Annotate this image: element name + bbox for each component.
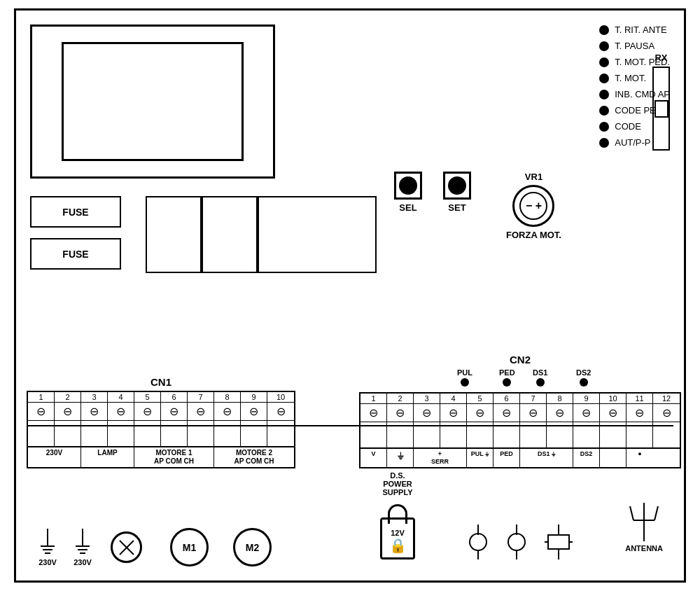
cn2-section: CN2 PUL PED DS1 DS2 <box>359 354 681 468</box>
m1-symbol: M1 <box>170 528 209 566</box>
comp-box-1 <box>146 196 202 273</box>
display-inner <box>62 42 244 161</box>
fuse-2: FUSE <box>30 238 121 270</box>
svg-line-25 <box>654 506 658 520</box>
legend-item-2: T. PAUSA <box>599 41 670 51</box>
switch-symbols <box>464 524 576 559</box>
vr1-inner: − + <box>519 192 547 220</box>
set-label: SET <box>448 202 465 213</box>
cn2-terminal-3[interactable]: 3⊖ <box>414 394 440 447</box>
cn1-terminal-1[interactable]: 1 ⊖ <box>28 392 55 446</box>
ground-sym-2: 230V <box>72 529 93 566</box>
m2-circle: M2 <box>233 528 272 566</box>
component-area <box>146 196 377 273</box>
ps-label: D.S. POWER SUPPLY <box>382 471 412 496</box>
sel-set-area: SEL SET <box>394 172 471 213</box>
ds2-dot <box>580 378 588 387</box>
lock-arch <box>388 504 407 524</box>
cn2-title: CN2 <box>359 354 681 366</box>
legend-dot-1 <box>599 25 609 35</box>
cn2-terminal-8[interactable]: 8⊖ <box>547 394 573 447</box>
legend-dot-4 <box>599 74 609 83</box>
rx-label: RX <box>654 53 667 63</box>
cn2-terminal-5[interactable]: 5⊖ <box>467 394 493 447</box>
v230-label-2: 230V <box>74 558 92 566</box>
set-button-inner[interactable] <box>448 176 466 195</box>
cn1-terminal-9[interactable]: 9 ⊖ <box>241 392 267 446</box>
cn1-terminal-4[interactable]: 4 ⊖ <box>108 392 134 446</box>
ped-label: PED <box>499 368 515 377</box>
cn2-terminal-12[interactable]: 12⊖ <box>653 394 680 447</box>
legend-dot-8 <box>599 138 609 148</box>
rx-slider[interactable] <box>654 100 668 118</box>
cn1-terminal-3[interactable]: 3 ⊖ <box>81 392 108 446</box>
cn2-terminal-2[interactable]: 2⊖ <box>387 394 414 447</box>
vr1-area: VR1 − + FORZA MOT. <box>506 172 561 240</box>
sel-button-outer[interactable] <box>394 172 422 200</box>
pul-dot <box>461 378 469 387</box>
antenna-area: ANTENNA <box>625 499 663 552</box>
cn1-terminal-10[interactable]: 10 ⊖ <box>267 392 294 446</box>
comp-box-2 <box>202 196 258 273</box>
antenna-label: ANTENNA <box>625 544 663 552</box>
vr1-subtitle: FORZA MOT. <box>506 230 561 240</box>
cn2-block: 1⊖ 2⊖ 3⊖ 4⊖ 5⊖ 6⊖ 7⊖ 8⊖ 9⊖ 10⊖ 11⊖ 12⊖ <box>359 392 681 449</box>
cn2-terminal-1[interactable]: 1⊖ <box>360 394 387 447</box>
cn1-terminal-5[interactable]: 5 ⊖ <box>134 392 161 446</box>
ds1-label: DS1 <box>533 368 547 377</box>
svg-point-14 <box>508 534 525 550</box>
ds2-label: DS2 <box>576 368 591 377</box>
svg-rect-16 <box>548 535 569 549</box>
vr1-title: VR1 <box>525 172 542 182</box>
v230-label-1: 230V <box>38 558 57 566</box>
ground-sym-1: 230V <box>37 529 58 566</box>
cn2-terminal-9[interactable]: 9⊖ <box>573 394 600 447</box>
control-board: FUSE FUSE T. RIT. ANTE T. PAUSA T. MOT. … <box>14 8 686 583</box>
lock-voltage: 12V <box>391 529 405 537</box>
cn1-terminal-8[interactable]: 8 ⊖ <box>214 392 241 446</box>
sel-button-group[interactable]: SEL <box>394 172 422 213</box>
sel-button-inner[interactable] <box>399 176 417 195</box>
set-button-group[interactable]: SET <box>443 172 471 213</box>
cn1-terminal-6[interactable]: 6 ⊖ <box>161 392 188 446</box>
svg-point-11 <box>470 534 486 550</box>
main-display <box>30 25 275 179</box>
switch-1 <box>464 524 492 559</box>
cn1-terminal-7[interactable]: 7 ⊖ <box>188 392 214 446</box>
pul-label: PUL <box>457 368 472 377</box>
cn1-section: CN1 1 ⊖ 2 ⊖ 3 ⊖ 4 ⊖ <box>27 376 295 468</box>
lamp-x <box>111 531 142 563</box>
cn1-block: 1 ⊖ 2 ⊖ 3 ⊖ 4 ⊖ <box>27 391 295 447</box>
cn2-terminal-4[interactable]: 4⊖ <box>440 394 467 447</box>
legend-dot-3 <box>599 57 609 67</box>
legend-item-1: T. RIT. ANTE <box>599 25 670 35</box>
m1-circle: M1 <box>170 528 209 566</box>
fuse-1: FUSE <box>30 196 121 228</box>
sel-label: SEL <box>399 202 416 213</box>
svg-line-23 <box>630 506 634 520</box>
cn1-title: CN1 <box>27 376 295 388</box>
cn2-terminal-10[interactable]: 10⊖ <box>600 394 626 447</box>
cn2-terminal-6[interactable]: 6⊖ <box>493 394 520 447</box>
vr1-circle[interactable]: − + <box>512 185 554 227</box>
lamp-symbol <box>111 531 142 563</box>
ped-dot <box>503 378 511 387</box>
cn2-terminal-11[interactable]: 11⊖ <box>626 394 653 447</box>
legend-dot-6 <box>599 106 609 116</box>
legend-dot-2 <box>599 41 609 51</box>
m2-symbol: M2 <box>233 528 272 566</box>
power-supply: D.S. POWER SUPPLY 12V 🔒 <box>380 471 415 559</box>
lock-shape: 12V 🔒 <box>380 517 415 559</box>
antenna-symbol <box>626 499 662 541</box>
rx-bar[interactable] <box>652 67 670 151</box>
switch-2 <box>503 524 531 559</box>
toggle-switch <box>541 524 576 559</box>
ds1-dot <box>536 378 545 387</box>
cn2-terminal-7[interactable]: 7⊖ <box>520 394 547 447</box>
cn1-terminal-2[interactable]: 2 ⊖ <box>55 392 81 446</box>
legend-dot-5 <box>599 90 609 99</box>
legend-dot-7 <box>599 122 609 132</box>
rx-area: RX <box>652 53 670 151</box>
comp-box-3 <box>258 196 377 273</box>
set-button-outer[interactable] <box>443 172 471 200</box>
